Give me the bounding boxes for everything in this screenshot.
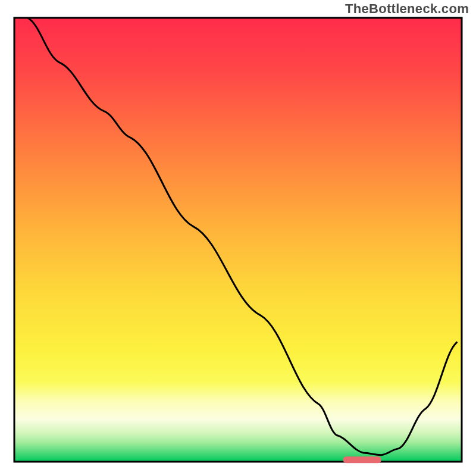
bottleneck-chart <box>0 0 476 476</box>
plot-background <box>14 18 462 462</box>
watermark-text: TheBottleneck.com <box>345 1 469 17</box>
bottom-marker-pill <box>343 456 381 463</box>
